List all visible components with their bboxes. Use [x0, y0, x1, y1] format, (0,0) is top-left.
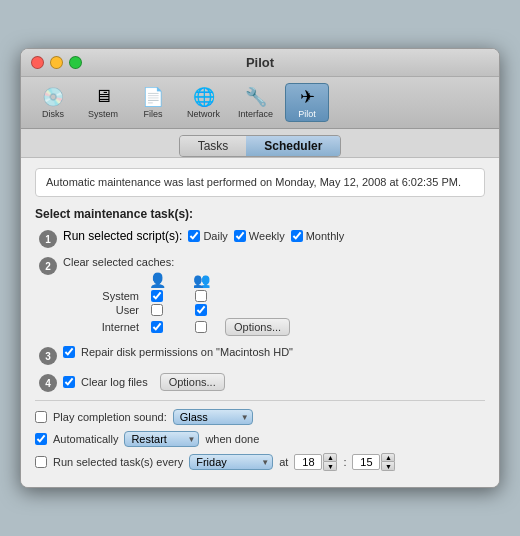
auto-action-label1: Automatically — [53, 433, 118, 445]
select-tasks-label: Select maintenance task(s): — [35, 207, 485, 221]
interface-label: Interface — [238, 109, 273, 119]
completion-sound-label: Play completion sound: — [53, 411, 167, 423]
internet-options-button[interactable]: Options... — [225, 318, 290, 336]
user-icon: 👤 — [147, 272, 167, 288]
internet-col1 — [147, 321, 167, 333]
schedule-row: Run selected task(s) every Sunday Monday… — [35, 453, 485, 471]
hour-stepper: ▲ ▼ — [294, 453, 337, 471]
maximize-button[interactable] — [69, 56, 82, 69]
clear-log-checkbox[interactable] — [63, 376, 75, 388]
cache-table: 👤 👥 System — [67, 272, 485, 336]
cache-user-row: User — [67, 304, 485, 316]
interface-icon: 🔧 — [242, 86, 270, 108]
disks-icon: 💿 — [39, 86, 67, 108]
repair-disk-checkbox[interactable] — [63, 346, 75, 358]
close-button[interactable] — [31, 56, 44, 69]
completion-sound-row: Play completion sound: Glass Basso Blow … — [35, 409, 485, 425]
auto-action-label2: when done — [205, 433, 259, 445]
task-number-2: 2 — [39, 257, 57, 275]
weekly-option: Weekly — [234, 230, 285, 242]
info-bar: Automatic maintenance was last performed… — [35, 168, 485, 197]
minute-up-button[interactable]: ▲ — [381, 453, 395, 462]
internet-col1-checkbox[interactable] — [151, 321, 163, 333]
tab-scheduler[interactable]: Scheduler — [246, 136, 340, 156]
minimize-button[interactable] — [50, 56, 63, 69]
monthly-checkbox[interactable] — [291, 230, 303, 242]
main-window: Pilot 💿 Disks 🖥 System 📄 Files 🌐 Network… — [20, 48, 500, 488]
schedule-label1: Run selected task(s) every — [53, 456, 183, 468]
auto-action-checkbox[interactable] — [35, 433, 47, 445]
toolbar-item-pilot[interactable]: ✈ Pilot — [285, 83, 329, 122]
hour-stepper-buttons: ▲ ▼ — [323, 453, 337, 471]
weekly-label: Weekly — [249, 230, 285, 242]
task-3-content: Repair disk permissions on "Macintosh HD… — [63, 346, 485, 358]
tab-bar: Tasks Scheduler — [21, 129, 499, 158]
user-col1 — [147, 304, 167, 316]
task-3-labels: Repair disk permissions on "Macintosh HD… — [63, 346, 485, 358]
internet-col2 — [191, 321, 211, 333]
task-number-1: 1 — [39, 230, 57, 248]
task-row-4: 4 Clear log files Options... — [39, 373, 485, 392]
hour-input[interactable] — [294, 454, 322, 470]
toolbar-item-network[interactable]: 🌐 Network — [181, 84, 226, 121]
schedule-checkbox[interactable] — [35, 456, 47, 468]
toolbar-item-disks[interactable]: 💿 Disks — [31, 84, 75, 121]
toolbar-item-interface[interactable]: 🔧 Interface — [232, 84, 279, 121]
cache-internet-row: Internet Options... — [67, 318, 485, 336]
minute-stepper-buttons: ▲ ▼ — [381, 453, 395, 471]
task-row-2: 2 Clear selected caches: 👤 👥 System — [39, 256, 485, 338]
weekly-checkbox[interactable] — [234, 230, 246, 242]
task-1-label: Run selected script(s): — [63, 229, 182, 243]
hour-down-button[interactable]: ▼ — [323, 462, 337, 471]
files-icon: 📄 — [139, 86, 167, 108]
tab-tasks[interactable]: Tasks — [180, 136, 247, 156]
network-icon: 🌐 — [190, 86, 218, 108]
window-controls — [31, 56, 82, 69]
log-options-button[interactable]: Options... — [160, 373, 225, 391]
minute-down-button[interactable]: ▼ — [381, 462, 395, 471]
task-4-content: Clear log files Options... — [63, 373, 485, 391]
time-separator: : — [343, 456, 346, 468]
day-select[interactable]: Sunday Monday Tuesday Wednesday Thursday… — [189, 454, 273, 470]
cache-system-row: System — [67, 290, 485, 302]
main-content: Automatic maintenance was last performed… — [21, 158, 499, 487]
task-number-3: 3 — [39, 347, 57, 365]
network-label: Network — [187, 109, 220, 119]
system-col2-checkbox[interactable] — [195, 290, 207, 302]
user-cache-label: User — [67, 304, 139, 316]
task-number-4: 4 — [39, 374, 57, 392]
minute-input[interactable] — [352, 454, 380, 470]
minute-stepper: ▲ ▼ — [352, 453, 395, 471]
task-row-3: 3 Repair disk permissions on "Macintosh … — [39, 346, 485, 365]
internet-col2-checkbox[interactable] — [195, 321, 207, 333]
toolbar-item-system[interactable]: 🖥 System — [81, 84, 125, 121]
system-label: System — [88, 109, 118, 119]
task-list: 1 Run selected script(s): Daily Weekly — [35, 229, 485, 392]
user-cache-checks — [147, 304, 211, 316]
bottom-section: Play completion sound: Glass Basso Blow … — [35, 400, 485, 471]
toolbar: 💿 Disks 🖥 System 📄 Files 🌐 Network 🔧 Int… — [21, 77, 499, 129]
schedule-label2: at — [279, 456, 288, 468]
pilot-label: Pilot — [298, 109, 316, 119]
action-select[interactable]: Restart Shutdown Sleep Log Out Nothing — [124, 431, 199, 447]
hour-up-button[interactable]: ▲ — [323, 453, 337, 462]
disks-label: Disks — [42, 109, 64, 119]
system-cache-label: System — [67, 290, 139, 302]
system-col1-checkbox[interactable] — [151, 290, 163, 302]
system-col2 — [191, 290, 211, 302]
info-text: Automatic maintenance was last performed… — [46, 176, 461, 188]
daily-label: Daily — [203, 230, 227, 242]
internet-cache-label: Internet — [67, 321, 139, 333]
user-col2 — [191, 304, 211, 316]
toolbar-item-files[interactable]: 📄 Files — [131, 84, 175, 121]
task-2-label: Clear selected caches: — [63, 256, 485, 268]
sound-select[interactable]: Glass Basso Blow Bottle Frog Funk Hero M… — [173, 409, 253, 425]
completion-sound-checkbox[interactable] — [35, 411, 47, 423]
clear-log-label: Clear log files — [81, 376, 148, 388]
task-row-1: 1 Run selected script(s): Daily Weekly — [39, 229, 485, 248]
files-label: Files — [143, 109, 162, 119]
daily-checkbox[interactable] — [188, 230, 200, 242]
user-col1-checkbox[interactable] — [151, 304, 163, 316]
user-col2-checkbox[interactable] — [195, 304, 207, 316]
repair-disk-label: Repair disk permissions on "Macintosh HD… — [81, 346, 293, 358]
